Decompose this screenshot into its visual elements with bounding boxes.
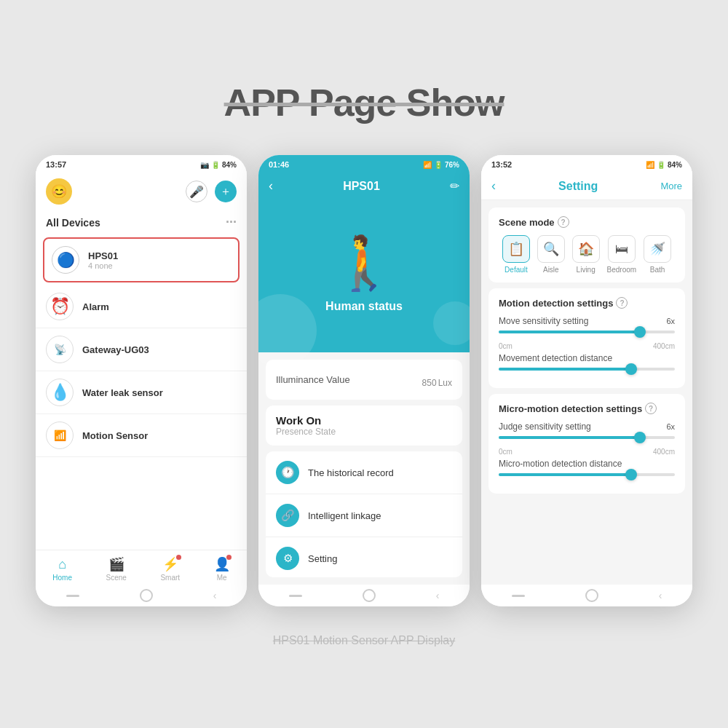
camera-icon: 📷 [200, 161, 209, 169]
distance-max-label: 400cm [653, 342, 675, 350]
scene-help-icon[interactable]: ? [558, 216, 569, 228]
phone3-status-icons: 📶 🔋 84% [646, 161, 682, 169]
micro-motion-card: Micro-motion detection settings ? Judge … [488, 394, 685, 494]
judge-sensitivity-fill [499, 436, 640, 439]
micro-distance-label: Micro-motion detection distance [499, 459, 622, 469]
phone2-status-bar: 01:46 📶 🔋 76% [258, 155, 470, 173]
page-title-area: APP Page Show [224, 81, 505, 142]
move-distance-label: Movement detection distance [499, 353, 612, 363]
menu-row-setting[interactable]: ⚙ Setting [266, 537, 462, 577]
device-item-alarm[interactable]: ⏰ Alarm [36, 285, 247, 328]
nav-scene[interactable]: 🎬 Scene [106, 556, 127, 582]
hps01-name: HPS01 [88, 250, 118, 261]
bottom-nav: ⌂ Home 🎬 Scene ⚡ Smart 👤 Me [36, 550, 247, 585]
nav-scene-label: Scene [106, 574, 127, 582]
phone3-status-bar: 13:52 📶 🔋 84% [481, 155, 692, 173]
move-distance-fill [499, 368, 631, 371]
gesture-back-icon: ‹ [213, 590, 217, 601]
micro-distance-range-labels: 0cm 400cm [499, 448, 675, 456]
judge-sensitivity-thumb[interactable] [634, 432, 646, 443]
alarm-name: Alarm [82, 301, 109, 312]
nav-smart[interactable]: ⚡ Smart [160, 556, 180, 582]
water-name: Water leak sensor [82, 387, 163, 398]
avatar[interactable]: 😊 [46, 178, 72, 205]
scene-living[interactable]: 🏠 Living [572, 235, 600, 274]
nav-home[interactable]: ⌂ Home [52, 557, 72, 582]
device-item-hps01[interactable]: 🔵 HPS01 4 none [43, 237, 240, 282]
motion-info: Motion Sensor [82, 430, 148, 441]
device-item-gateway[interactable]: 📡 Gateway-UG03 [36, 328, 247, 371]
phone2-gesture-bar: ‹ [258, 585, 470, 606]
device-item-motion[interactable]: 📶 Motion Sensor [36, 414, 247, 457]
hps01-info: HPS01 4 none [88, 250, 118, 270]
distance-range-labels: 0cm 400cm [499, 342, 675, 350]
add-button[interactable]: ＋ [215, 181, 237, 202]
page-subtitle-area: HPS01 Motion Sensor APP Display [273, 620, 456, 647]
phone2-edit-icon[interactable]: ✏ [450, 179, 459, 193]
micro-help-icon[interactable]: ? [645, 403, 657, 414]
phone2: 01:46 📶 🔋 76% ‹ HPS01 ✏ 🚶 Human status I… [258, 155, 470, 606]
move-sensitivity-thumb[interactable] [634, 326, 646, 338]
scene-modes: 📋 Default 🔍 Aisle 🏠 Living 🛏 Bedroom [499, 235, 675, 274]
human-status-area: 🚶 Human status [258, 199, 470, 352]
micro-distance-slider[interactable] [499, 473, 675, 476]
scene-aisle[interactable]: 🔍 Aisle [537, 235, 565, 274]
p2-battery-icon: 🔋 [434, 161, 443, 169]
bottom-gesture-bar: ‹ [36, 585, 247, 606]
phone3-header: ‹ Setting More [481, 173, 692, 200]
setting-icon: ⚙ [276, 547, 299, 570]
info-cards: Illuminance Value 850Lux Work On Presenc… [258, 352, 470, 585]
phone3-battery: 84% [668, 161, 682, 169]
home-icon: ⌂ [58, 557, 66, 572]
mic-button[interactable]: 🎤 [186, 181, 207, 202]
water-info: Water leak sensor [82, 387, 163, 398]
menu-row-linkage[interactable]: 🔗 Intelligent linkage [266, 494, 462, 537]
water-icon: 💧 [46, 379, 74, 406]
gateway-name: Gateway-UG03 [82, 344, 149, 355]
p3-gesture-menu [512, 595, 525, 597]
alarm-info: Alarm [82, 301, 109, 312]
move-distance-thumb[interactable] [625, 363, 637, 375]
nav-me[interactable]: 👤 Me [214, 556, 230, 582]
illuminance-row: Illuminance Value 850Lux [276, 368, 452, 391]
phone1-time: 13:57 [46, 160, 66, 169]
phone3-gesture-bar: ‹ [481, 585, 692, 606]
human-status-label: Human status [325, 300, 403, 313]
p3-gesture-home [585, 589, 598, 602]
scene-default[interactable]: 📋 Default [502, 235, 530, 274]
move-distance-label-row: Movement detection distance [499, 353, 675, 363]
phone3-time: 13:52 [491, 160, 512, 169]
scene-bath[interactable]: 🚿 Bath [644, 235, 671, 274]
aisle-icon: 🔍 [537, 235, 565, 263]
menu-row-history[interactable]: 🕐 The historical record [266, 451, 462, 494]
micro-distance-max: 400cm [653, 448, 675, 456]
all-devices-bar: All Devices ··· [36, 210, 247, 234]
bedroom-icon: 🛏 [608, 235, 636, 263]
phone2-status-icons: 📶 🔋 76% [423, 161, 459, 169]
motion-detection-title: Motion detection settings ? [499, 297, 675, 309]
motion-help-icon[interactable]: ? [616, 297, 628, 309]
illuminance-value: 850Lux [422, 368, 452, 391]
setting-label: Setting [308, 553, 337, 564]
phone2-back-icon[interactable]: ‹ [269, 178, 273, 194]
presence-sub: Presence State [276, 427, 452, 437]
phone3-back-icon[interactable]: ‹ [491, 178, 496, 194]
more-options-icon[interactable]: ··· [226, 215, 237, 230]
nav-home-label: Home [52, 574, 72, 582]
default-label: Default [505, 266, 528, 274]
move-sensitivity-slider[interactable] [499, 331, 675, 333]
move-sensitivity-row: Move sensitivity setting 6x [499, 316, 675, 326]
scene-bedroom[interactable]: 🛏 Bedroom [607, 235, 637, 274]
phone2-time: 01:46 [269, 160, 289, 169]
micro-distance-thumb[interactable] [625, 469, 637, 480]
micro-motion-title: Micro-motion detection settings ? [499, 403, 675, 414]
device-item-water[interactable]: 💧 Water leak sensor [36, 371, 247, 414]
judge-sensitivity-value: 6x [666, 422, 675, 431]
judge-sensitivity-slider[interactable] [499, 436, 675, 439]
phone1-status-icons: 📷 🔋 84% [200, 161, 237, 169]
linkage-icon: 🔗 [276, 504, 299, 527]
phone3-more-button[interactable]: More [660, 181, 682, 191]
me-icon: 👤 [214, 556, 230, 572]
move-distance-slider[interactable] [499, 368, 675, 371]
judge-sensitivity-row: Judge sensitivity setting 6x [499, 422, 675, 432]
